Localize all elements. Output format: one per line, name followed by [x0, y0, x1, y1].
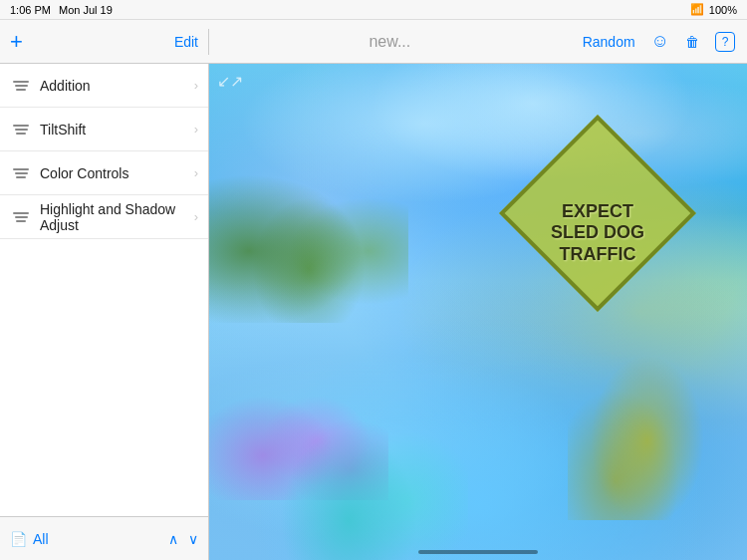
chevron-right-icon: ›	[194, 122, 198, 137]
sidebar: Addition › TiltShift ›	[0, 64, 209, 560]
scroll-indicator	[418, 550, 538, 554]
status-date: Mon Jul 19	[59, 4, 113, 16]
random-button[interactable]: Random	[583, 34, 635, 50]
sidebar-item-label-tiltshift: TiltShift	[40, 122, 194, 138]
add-button[interactable]: +	[10, 29, 23, 55]
sidebar-item-color-controls[interactable]: Color Controls ›	[0, 151, 208, 195]
status-time: 1:06 PM	[10, 4, 51, 16]
toolbar-right: Random ☺ 🗑 ?	[571, 31, 747, 52]
sidebar-item-label-color: Color Controls	[40, 165, 194, 181]
wifi-icon: 📶	[690, 3, 704, 16]
layers-icon-highlight	[10, 206, 32, 228]
toolbar-left: + Edit	[0, 29, 209, 55]
sign-text-line3: TRAFFIC	[560, 244, 636, 266]
delete-button[interactable]: 🗑	[685, 34, 699, 50]
toolbar-center: new...	[209, 33, 571, 51]
toolbar: + Edit new... Random ☺ 🗑 ?	[0, 20, 747, 64]
down-arrow-icon[interactable]: ∨	[188, 531, 198, 547]
sidebar-footer: 📄 All ∧ ∨	[0, 516, 208, 560]
move-icon: ↙↗	[217, 72, 243, 91]
up-arrow-icon[interactable]: ∧	[168, 531, 178, 547]
sidebar-item-highlight-shadow[interactable]: Highlight and Shadow Adjust ›	[0, 195, 208, 239]
sign-text-line2: SLED DOG	[551, 222, 644, 244]
chevron-right-icon: ›	[194, 209, 198, 224]
layers-icon-tiltshift	[10, 119, 32, 140]
all-label-area[interactable]: 📄 All	[10, 531, 49, 547]
toolbar-title: new...	[369, 33, 410, 51]
help-button[interactable]: ?	[715, 32, 735, 52]
all-label: All	[33, 531, 49, 547]
layers-icon-color	[10, 162, 32, 184]
sidebar-item-addition[interactable]: Addition ›	[0, 64, 208, 108]
sign-area: EXPECT SLED DOG TRAFFIC	[498, 124, 717, 422]
chevron-right-icon: ›	[194, 165, 198, 180]
footer-arrows: ∧ ∨	[168, 531, 198, 547]
main-layout: Addition › TiltShift ›	[0, 64, 747, 560]
edit-button[interactable]: Edit	[174, 34, 198, 50]
sign-text-container: EXPECT SLED DOG TRAFFIC	[518, 173, 677, 293]
chevron-right-icon: ›	[194, 78, 198, 93]
plants-overlay	[269, 361, 468, 560]
image-area: EXPECT SLED DOG TRAFFIC ↙↗	[209, 64, 747, 560]
document-icon: 📄	[10, 531, 27, 547]
sidebar-item-label-addition: Addition	[40, 78, 194, 94]
status-bar: 1:06 PM Mon Jul 19 📶 100%	[0, 0, 747, 20]
smiley-icon: ☺	[651, 31, 669, 52]
battery-status: 100%	[709, 4, 737, 16]
sidebar-item-label-highlight: Highlight and Shadow Adjust	[40, 201, 194, 233]
layers-icon-addition	[10, 75, 32, 97]
sidebar-items-list: Addition › TiltShift ›	[0, 64, 208, 516]
sign-text-line1: EXPECT	[562, 201, 633, 223]
sidebar-item-tiltshift[interactable]: TiltShift ›	[0, 108, 208, 151]
